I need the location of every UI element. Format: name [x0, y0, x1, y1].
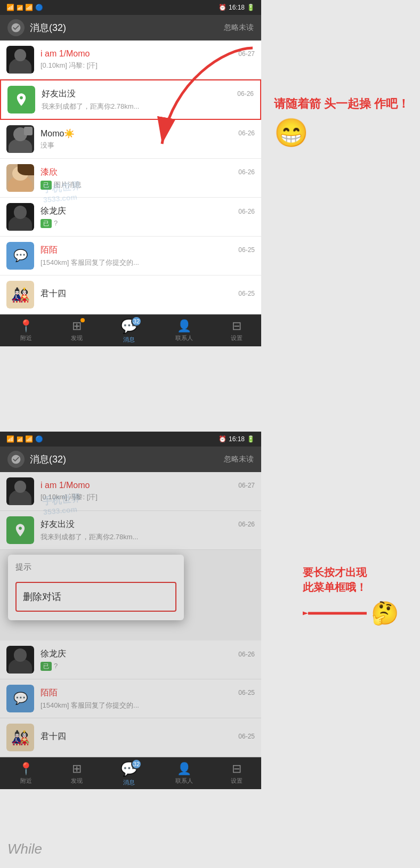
chat-content-5: 徐龙庆 06-26 已? [41, 206, 255, 228]
chat-time-7: 06-25 [238, 290, 255, 297]
nav-item-contacts[interactable]: 👤 联系人 [175, 319, 193, 342]
signal-icon-b: 📶 [6, 435, 14, 443]
chat-time-5: 06-26 [238, 208, 255, 215]
nav-item-contacts-2[interactable]: 👤 联系人 [175, 762, 193, 785]
chat-name-b7: 君十四 [41, 731, 66, 742]
chat-name-6: 陌陌 [41, 245, 58, 256]
emoji-face-bottom: 🤔 [371, 600, 399, 626]
chat-msg-5: 已? [41, 219, 255, 228]
avatar-2 [7, 86, 35, 113]
alarm-icon-b: ⏰ [219, 435, 227, 443]
top-bar: 消息(32) 忽略未读 [0, 15, 261, 40]
annotation-top: 请随着箭 头一起操 作吧！ 😁 [274, 96, 409, 149]
context-menu-title: 提示 [15, 562, 176, 575]
discover-dot [80, 318, 85, 322]
contacts-icon: 👤 [177, 319, 191, 333]
contacts-icon-2: 👤 [177, 762, 191, 776]
chat-row1-6: 陌陌 06-25 [41, 245, 255, 256]
status-left-2: 📶 📶 📶 🔵 [6, 435, 43, 443]
chat-content-b2: 好友出没 06-26 我来到成都了，距离你2.78km... [41, 519, 255, 542]
signal-icon-2: 📶 [17, 5, 23, 11]
chat-row1-5: 徐龙庆 06-26 [41, 206, 255, 217]
status-bar-bottom: 📶 📶 📶 🔵 ⏰ 16:18 🔋 [0, 432, 261, 447]
discover-label-2: 发现 [71, 777, 83, 785]
chat-time-b2: 06-26 [238, 521, 255, 528]
messages-label-2: 消息 [123, 778, 135, 786]
chat-item-5[interactable]: 徐龙庆 06-26 已? [0, 198, 261, 237]
avatar-6: 💬 [6, 242, 34, 270]
chat-name-7: 君十四 [41, 288, 66, 299]
avatar-1 [6, 46, 34, 74]
chat-row1-b5: 徐龙庆 06-26 [41, 648, 255, 660]
ignore-unread-button[interactable]: 忽略未读 [224, 23, 254, 33]
chat-content-b7: 君十四 06-25 [41, 731, 255, 744]
chat-time-4: 06-26 [238, 168, 255, 176]
chat-content-7: 君十四 06-25 [41, 288, 255, 302]
chat-name-1: i am 1/Momo [41, 49, 90, 59]
nav-item-messages-2[interactable]: 💬 消息 32 [120, 761, 138, 786]
ignore-unread-button-2[interactable]: 忽略未读 [224, 455, 254, 464]
status-right: ⏰ 16:18 🔋 [219, 4, 255, 11]
nearby-icon: 📍 [19, 319, 33, 333]
bottom-nav-top: 📍 附近 ⊞ 发现 💬 消息 32 👤 联系人 ⊟ 设置 [0, 314, 261, 346]
status-bar-top: 📶 📶 📶 🔵 ⏰ 16:18 🔋 [0, 0, 261, 15]
chat-list-bottom: i am 1/Momo 06-27 [0.10km] 冯黎: [汗] 好友出没 … [0, 472, 261, 757]
chat-time-b1: 06-27 [238, 482, 255, 489]
chat-item-b6[interactable]: 💬 陌陌 06-25 [1540km] 客服回复了你提交的... [0, 679, 261, 718]
chat-name-b5: 徐龙庆 [41, 648, 66, 660]
chat-item-7[interactable]: 🎎 君十四 06-25 [0, 275, 261, 314]
chat-msg-6: [1540km] 客服回复了你提交的... [41, 258, 255, 267]
chat-time-b5: 06-26 [238, 651, 255, 658]
settings-icon: ⊟ [232, 319, 241, 333]
battery-icon-b: 🔋 [247, 435, 255, 443]
header-title-2: 消息(32) [30, 453, 66, 466]
chat-name-5: 徐龙庆 [41, 206, 66, 217]
avatar-4 [6, 164, 34, 192]
chat-row1-b1: i am 1/Momo 06-27 [41, 481, 255, 490]
signal-icon-b2: 📶 [17, 436, 23, 442]
chat-row1-b6: 陌陌 06-25 [41, 687, 255, 699]
chat-item-b1[interactable]: i am 1/Momo 06-27 [0.10km] 冯黎: [汗] [0, 472, 261, 511]
top-bar-2: 消息(32) 忽略未读 [0, 447, 261, 472]
wifi-icon-b: 📶 [25, 435, 33, 443]
nav-item-nearby[interactable]: 📍 附近 [19, 319, 33, 342]
chat-name-4: 漆欣 [41, 167, 58, 178]
chat-content-4: 漆欣 06-26 已图片消息 [41, 167, 255, 190]
chat-row1-4: 漆欣 06-26 [41, 167, 255, 178]
nav-item-settings-2[interactable]: ⊟ 设置 [231, 762, 243, 785]
chat-msg-b2: 我来到成都了，距离你2.78km... [41, 532, 255, 542]
messages-label: 消息 [123, 336, 135, 344]
context-menu-delete[interactable]: 删除对话 [15, 582, 176, 612]
nav-item-discover[interactable]: ⊞ 发现 [71, 319, 83, 342]
chat-item-6[interactable]: 💬 陌陌 06-25 [1540km] 客服回复了你提交的... [0, 237, 261, 275]
signal-icon: 📶 [6, 4, 14, 11]
chat-msg-b6: [1540km] 客服回复了你提交的... [41, 701, 255, 710]
chat-content-b5: 徐龙庆 06-26 已? [41, 648, 255, 671]
phone-panel-bottom: 📶 📶 📶 🔵 ⏰ 16:18 🔋 消息(32) 忽略未读 [0, 432, 261, 789]
status-left: 📶 📶 📶 🔵 [6, 4, 43, 11]
chat-name-b6: 陌陌 [41, 687, 58, 699]
context-menu: 提示 删除对话 [8, 555, 184, 620]
chat-msg-b1: [0.10km] 冯黎: [汗] [41, 492, 255, 502]
status-right-2: ⏰ 16:18 🔋 [219, 435, 255, 443]
top-bar-left-2: 消息(32) [7, 451, 66, 468]
chat-content-b6: 陌陌 06-25 [1540km] 客服回复了你提交的... [41, 687, 255, 710]
chat-item-b2[interactable]: 好友出没 06-26 我来到成都了，距离你2.78km... [0, 511, 261, 550]
nav-item-discover-2[interactable]: ⊞ 发现 [71, 762, 83, 785]
nav-item-settings[interactable]: ⊟ 设置 [231, 319, 243, 342]
annotation-bottom: 要长按才出现此菜单框哦！ 🤔 [303, 565, 409, 626]
chat-item-b5[interactable]: 徐龙庆 06-26 已? [0, 640, 261, 679]
avatar-b1 [6, 477, 34, 505]
nav-item-nearby-2[interactable]: 📍 附近 [19, 762, 33, 785]
read-badge-b5: 已 [41, 662, 52, 671]
top-bar-left: 消息(32) [7, 19, 66, 36]
chat-item-b7[interactable]: 🎎 君十四 06-25 [0, 718, 261, 757]
nav-item-messages[interactable]: 💬 消息 32 [120, 318, 138, 344]
discover-icon-2: ⊞ [72, 762, 82, 776]
bt-icon-b: 🔵 [35, 435, 43, 443]
bottom-nav-bottom: 📍 附近 ⊞ 发现 💬 消息 32 👤 联系人 ⊟ 设置 [0, 757, 261, 789]
emoji-face-top: 😁 [274, 117, 409, 149]
bottom-text: While [7, 841, 42, 857]
header-title: 消息(32) [30, 21, 66, 34]
chat-name-b1: i am 1/Momo [41, 481, 90, 490]
